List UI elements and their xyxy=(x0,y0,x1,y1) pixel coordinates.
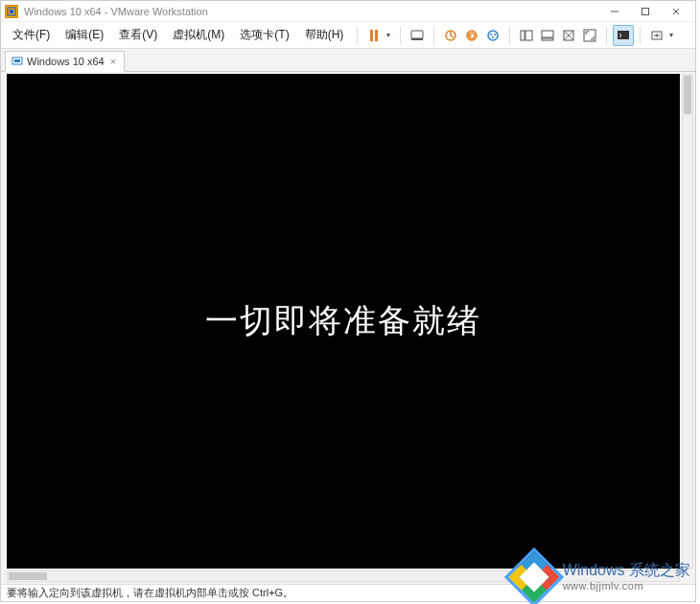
menubar: 文件(F) 编辑(E) 查看(V) 虚拟机(M) 选项卡(T) 帮助(H) ▾ xyxy=(1,22,695,49)
vscroll-thumb[interactable] xyxy=(684,76,691,114)
hscroll-thumb[interactable] xyxy=(9,572,47,580)
svg-point-10 xyxy=(488,31,498,40)
tab-label: Windows 10 x64 xyxy=(27,56,105,67)
window-title: Windows 10 x64 - VMware Workstation xyxy=(24,6,208,17)
power-button-group[interactable]: ▾ xyxy=(363,25,394,46)
snapshot-manage-icon[interactable] xyxy=(482,25,503,46)
status-text: 要将输入定向到该虚拟机，请在虚拟机内部单击或按 Ctrl+G。 xyxy=(7,586,293,600)
menu-view[interactable]: 查看(V) xyxy=(111,23,165,47)
view-fullscreen-icon[interactable] xyxy=(579,25,600,46)
svg-rect-23 xyxy=(14,59,20,62)
tabstrip: Windows 10 x64 × xyxy=(1,49,695,72)
pause-icon[interactable] xyxy=(363,25,385,46)
tab-close-icon[interactable]: × xyxy=(108,56,118,67)
menu-edit[interactable]: 编辑(E) xyxy=(58,23,111,47)
stretch-button-group[interactable]: ▾ xyxy=(646,25,677,46)
menu-tabs[interactable]: 选项卡(T) xyxy=(232,23,296,47)
vm-display[interactable]: 一切即将准备就绪 xyxy=(7,74,680,569)
horizontal-scrollbar[interactable] xyxy=(7,570,680,582)
maximize-button[interactable] xyxy=(630,1,661,22)
toolbar-separator xyxy=(606,27,607,44)
svg-rect-20 xyxy=(618,31,629,39)
vm-tab-icon xyxy=(12,56,23,67)
svg-rect-17 xyxy=(542,38,553,40)
svg-point-11 xyxy=(490,34,492,35)
tab-windows-10-x64[interactable]: Windows 10 x64 × xyxy=(5,51,125,72)
toolbar-separator xyxy=(640,27,641,44)
view-thumbnail-icon[interactable] xyxy=(537,25,558,46)
view-single-icon[interactable] xyxy=(516,25,537,46)
stretch-icon[interactable] xyxy=(646,25,667,46)
vertical-scrollbar[interactable] xyxy=(682,74,693,569)
view-unity-icon[interactable] xyxy=(558,25,579,46)
vm-setup-message: 一切即将准备就绪 xyxy=(205,299,481,343)
console-view-icon[interactable] xyxy=(613,25,634,46)
snapshot-take-icon[interactable] xyxy=(440,25,461,46)
svg-rect-16 xyxy=(542,31,553,37)
vmware-app-icon xyxy=(5,5,18,18)
close-button[interactable] xyxy=(661,1,691,22)
vm-area: 一切即将准备就绪 xyxy=(1,72,695,584)
svg-rect-19 xyxy=(584,30,595,41)
statusbar: 要将输入定向到该虚拟机，请在虚拟机内部单击或按 Ctrl+G。 xyxy=(1,584,695,601)
minimize-button[interactable] xyxy=(599,1,630,22)
svg-rect-3 xyxy=(642,8,649,14)
toolbar-separator xyxy=(400,27,401,44)
toolbar-separator xyxy=(357,27,358,44)
svg-rect-14 xyxy=(521,31,525,40)
toolbar-separator xyxy=(433,27,434,44)
svg-rect-6 xyxy=(411,31,423,38)
power-dropdown-caret[interactable]: ▾ xyxy=(385,25,392,46)
menu-file[interactable]: 文件(F) xyxy=(5,23,58,47)
titlebar: Windows 10 x64 - VMware Workstation xyxy=(1,1,695,22)
svg-rect-15 xyxy=(525,31,532,40)
svg-point-12 xyxy=(494,34,496,35)
snapshot-revert-icon[interactable] xyxy=(461,25,482,46)
menu-help[interactable]: 帮助(H) xyxy=(297,23,352,47)
menu-vm[interactable]: 虚拟机(M) xyxy=(165,23,232,47)
svg-rect-7 xyxy=(411,38,423,40)
app-window: Windows 10 x64 - VMware Workstation 文件(F… xyxy=(0,0,696,602)
toolbar-separator xyxy=(509,27,510,44)
svg-point-13 xyxy=(492,36,494,38)
send-ctrl-alt-del-icon[interactable] xyxy=(407,25,428,46)
svg-rect-1 xyxy=(10,10,13,13)
stretch-dropdown-caret[interactable]: ▾ xyxy=(667,25,675,46)
